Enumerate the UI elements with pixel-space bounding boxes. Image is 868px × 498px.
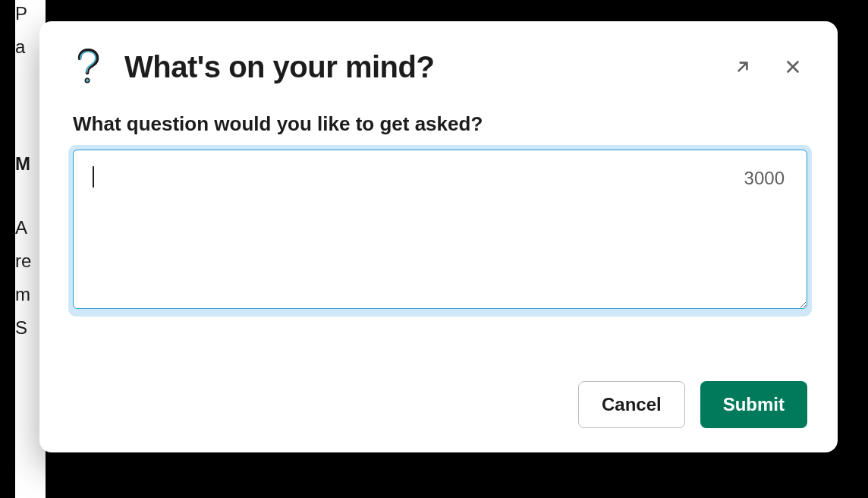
close-icon — [783, 57, 803, 77]
modal-footer: Cancel Submit — [73, 381, 807, 428]
question-textarea[interactable] — [73, 150, 807, 309]
svg-point-1 — [86, 79, 89, 82]
question-modal: What's on your mind? What question would… — [39, 21, 838, 452]
header-actions — [728, 52, 807, 81]
submit-button[interactable]: Submit — [700, 381, 807, 428]
expand-button[interactable] — [728, 52, 757, 81]
question-field-label: What question would you like to get aske… — [73, 112, 807, 136]
cancel-button[interactable]: Cancel — [578, 381, 685, 428]
textarea-container: 3000 — [73, 150, 807, 312]
modal-title: What's on your mind? — [124, 50, 707, 84]
modal-header: What's on your mind? — [73, 49, 807, 85]
question-mark-icon — [73, 49, 103, 85]
close-button[interactable] — [778, 52, 807, 81]
expand-arrow-icon — [733, 57, 753, 77]
bg-text: P — [15, 0, 46, 27]
